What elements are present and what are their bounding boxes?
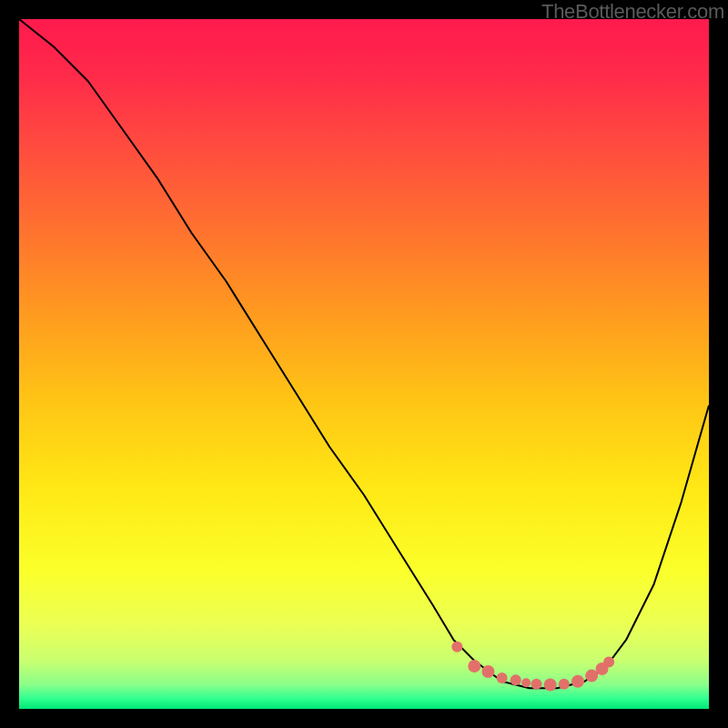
marker-dot	[531, 679, 542, 690]
marker-dot	[511, 674, 521, 685]
marker-dot	[559, 679, 570, 690]
chart-frame	[19, 19, 709, 709]
bottleneck-chart	[19, 19, 709, 709]
marker-dot	[585, 670, 598, 682]
gradient-background	[19, 19, 709, 709]
marker-dot	[468, 660, 480, 672]
marker-dot	[451, 642, 462, 652]
marker-dot	[603, 656, 614, 667]
marker-dot	[571, 675, 584, 688]
marker-dot	[497, 672, 508, 683]
marker-dot	[544, 678, 557, 691]
marker-dot	[481, 665, 494, 678]
marker-dot	[521, 678, 531, 687]
watermark-text: TheBottlenecker.com	[541, 0, 724, 24]
